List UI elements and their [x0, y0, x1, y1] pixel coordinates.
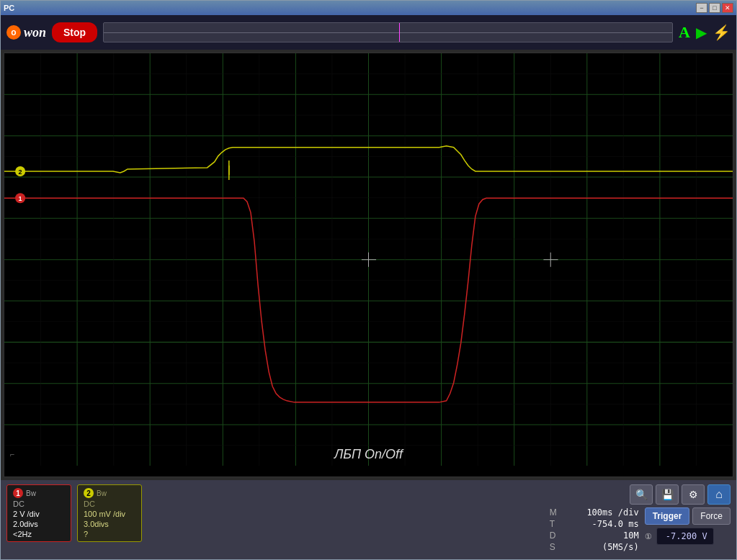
bottom-panel: 1 Bw DC 2 V /div 2.0divs <2Hz 2 Bw DC 10… — [1, 480, 736, 559]
window-title: PC — [4, 4, 14, 12]
ch2-coupling: DC — [84, 500, 135, 508]
logo: o won — [6, 25, 46, 40]
meas-D-value: 10M — [567, 530, 639, 541]
meas-S-label: S — [550, 542, 564, 552]
measurements-panel: M 100ms /div T -754.0 ms D 10M S — [550, 507, 639, 552]
ch2-bw: Bw — [97, 489, 107, 497]
meas-row-S: S (5MS/s) — [550, 542, 639, 552]
trigger-value-row: ① -7.200 V — [645, 528, 731, 545]
config-button[interactable]: ⚙ — [682, 484, 705, 505]
home-button[interactable]: ⌂ — [707, 484, 731, 505]
save-button[interactable]: 💾 — [656, 484, 679, 505]
meas-S-value: (5MS/s) — [567, 542, 639, 552]
timeline-bar[interactable] — [103, 22, 673, 42]
flash-icon: ⚡ — [713, 24, 731, 41]
window-controls: − □ ✕ — [696, 3, 733, 13]
ch1-vdiv: 2 V /div — [13, 510, 65, 518]
ch2-freq: ? — [84, 530, 135, 538]
ch2-divs: 3.0divs — [84, 520, 135, 528]
timeline-line — [104, 32, 672, 33]
icon-row: 🔍 💾 ⚙ ⌂ — [550, 484, 731, 505]
ch2-vdiv: 100 mV /div — [84, 510, 135, 518]
trigger-button[interactable]: Trigger — [645, 507, 690, 525]
main-window: PC − □ ✕ o won Stop A ▶ ⚡ — [0, 0, 737, 560]
title-bar: PC − □ ✕ — [1, 1, 736, 15]
ch2-number: 2 — [84, 488, 94, 498]
meas-M-value: 100ms /div — [567, 507, 639, 518]
screen-label: ЛБП On/Off — [334, 447, 403, 462]
maximize-button[interactable]: □ — [709, 3, 720, 13]
meas-M-label: M — [550, 507, 564, 518]
waveform-canvas: 2 1 ⌐ — [4, 53, 733, 466]
meas-row-T: T -754.0 ms — [550, 519, 639, 529]
close-button[interactable]: ✕ — [722, 3, 733, 13]
ch1-coupling: DC — [13, 500, 65, 508]
config-icon: ⚙ — [689, 489, 698, 500]
ch1-divs: 2.0divs — [13, 520, 65, 528]
meas-row-M: M 100ms /div — [550, 507, 639, 518]
main-area: 2 1 ⌐ ЛБП On/Off 1 — [1, 50, 736, 559]
auto-button[interactable]: A — [679, 23, 690, 42]
ch2-header: 2 Bw — [84, 488, 135, 498]
meas-T-label: T — [550, 519, 564, 529]
toolbar: o won Stop A ▶ ⚡ — [1, 15, 736, 50]
svg-text:⌐: ⌐ — [10, 450, 14, 459]
ch1-bw: Bw — [26, 489, 36, 497]
run-button[interactable]: ▶ — [696, 24, 707, 41]
timeline-cursor — [399, 23, 400, 42]
meas-T-value: -754.0 ms — [567, 519, 639, 529]
svg-text:2: 2 — [19, 168, 22, 176]
bottom-right-panel: 🔍 💾 ⚙ ⌂ M 100m — [550, 484, 731, 552]
svg-text:1: 1 — [19, 195, 22, 202]
minimize-button[interactable]: − — [696, 3, 707, 13]
search-button[interactable]: 🔍 — [630, 484, 653, 505]
logo-text: won — [24, 25, 46, 40]
stop-button[interactable]: Stop — [52, 22, 97, 42]
oscilloscope-screen: 2 1 ⌐ ЛБП On/Off — [4, 53, 733, 477]
ch1-freq: <2Hz — [13, 530, 65, 538]
ch1-header: 1 Bw — [13, 488, 65, 498]
channel1-box: 1 Bw DC 2 V /div 2.0divs <2Hz — [6, 484, 71, 542]
channel2-box: 2 Bw DC 100 mV /div 3.0divs ? — [77, 484, 142, 542]
force-button[interactable]: Force — [692, 507, 731, 525]
ch1-number: 1 — [13, 488, 23, 498]
logo-icon: o — [6, 25, 21, 40]
save-icon: 💾 — [661, 489, 674, 500]
trigger-panel: Trigger Force ① -7.200 V — [645, 507, 731, 545]
meas-D-label: D — [550, 530, 564, 541]
meas-row-D: D 10M — [550, 530, 639, 541]
search-icon: 🔍 — [635, 489, 648, 500]
toolbar-right: A ▶ ⚡ — [679, 23, 731, 42]
trigger-buttons: Trigger Force — [645, 507, 731, 525]
trigger-value: -7.200 V — [656, 528, 714, 545]
home-icon: ⌂ — [715, 488, 723, 501]
trigger-indicator: ① — [645, 532, 652, 541]
